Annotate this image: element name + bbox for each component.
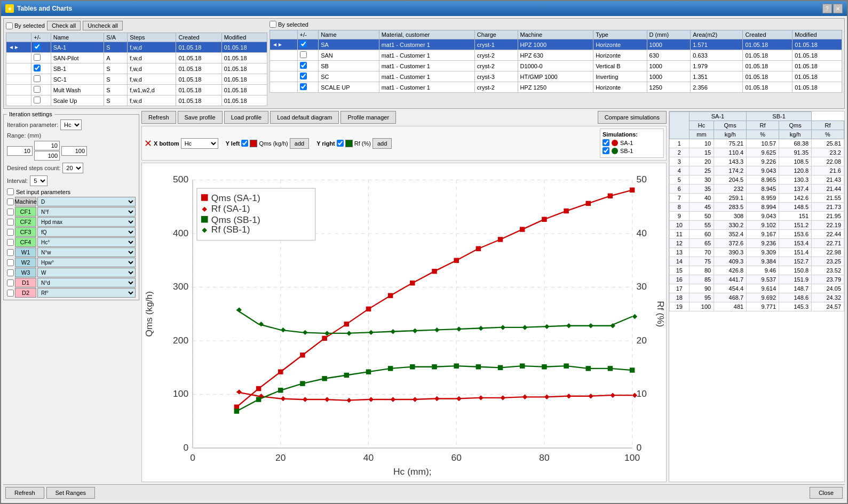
close-button[interactable]: Close [810,487,843,499]
x-bottom-close-icon[interactable]: ✕ [144,138,152,149]
cf3-param-select[interactable]: fQ [37,227,136,237]
result-sb-rf: 23.2 [812,148,844,157]
row-checkbox-cell[interactable] [31,42,51,53]
set-ranges-button[interactable]: Set Ranges [46,487,95,499]
left-by-selected-checkbox[interactable] [6,22,13,29]
y-right-add-button[interactable]: add [373,138,392,149]
row-check[interactable] [300,51,307,58]
left-table-row[interactable]: Scale Up S f,w,d 01.05.18 01.05.18 [6,95,267,106]
row-check[interactable] [300,41,307,47]
left-table-toolbar: By selected Check all Uncheck all [6,21,267,30]
row-checkbox-cell[interactable] [297,50,319,61]
w1-param-select[interactable]: N°w [37,247,136,257]
right-table-row[interactable]: SCALE UP mat1 - Customer 1 cryst-2 HPZ 1… [270,82,842,93]
y-left-add-button[interactable]: add [290,138,309,149]
row-checkbox-cell[interactable] [297,82,319,93]
row-check[interactable] [300,73,307,79]
sim-sa1-checkbox[interactable] [603,139,609,146]
left-table-row[interactable]: ◄► SA-1 S f,w,d 01.05.18 01.05.18 [6,42,267,53]
set-input-checkbox[interactable] [7,188,14,195]
load-default-button[interactable]: Load default diagram [270,111,339,124]
cf1-param-select[interactable]: N°f [37,207,136,217]
machine-d-select[interactable]: D [37,197,136,206]
left-table-row[interactable]: SAN-Pilot A f,w,d 01.05.18 01.05.18 [6,53,267,63]
help-button[interactable]: ? [822,4,832,13]
row-checkbox-cell[interactable] [297,61,319,71]
uncheck-all-button[interactable]: Uncheck all [83,21,123,30]
result-sa-rf: 9.236 [747,239,779,248]
row-created: 01.05.18 [176,63,221,74]
range-min1-input[interactable] [7,146,33,156]
interval-select[interactable]: 5 [30,175,47,186]
close-window-button[interactable]: ✕ [833,4,843,13]
row-checkbox-cell[interactable] [31,95,51,106]
row-checkbox-cell[interactable] [31,85,51,95]
iteration-param-select[interactable]: Hc [60,119,82,130]
bottom-refresh-button[interactable]: Refresh [5,487,44,499]
left-table-row[interactable]: SC-1 S f,w,d 01.05.18 01.05.18 [6,74,267,85]
check-all-button[interactable]: Check all [47,21,81,30]
row-checkbox-cell[interactable] [31,74,51,85]
y-left-checkbox[interactable] [241,140,248,147]
w1-checkbox[interactable] [7,249,14,256]
range-to-input[interactable] [34,151,60,161]
right-table-row[interactable]: SC mat1 - Customer 1 cryst-3 HT/GMP 1000… [270,71,842,82]
range-max-input[interactable] [61,146,87,156]
w3-param-select[interactable]: W [37,268,136,277]
row-check[interactable] [34,43,41,50]
d2-param-select[interactable]: Rf° [37,288,136,298]
right-table-row[interactable]: SAN mat1 - Customer 1 cryst-2 HPZ 630 Ho… [270,50,842,61]
cf4-checkbox[interactable] [7,239,14,246]
right-table-row[interactable]: ◄► SA mat1 - Customer 1 cryst-1 HPZ 1000… [270,39,842,50]
right-by-selected-checkbox[interactable] [270,21,276,28]
row-checkbox-cell[interactable] [297,39,319,50]
profile-manager-button[interactable]: Profile manager [340,111,396,124]
x-bottom-select[interactable]: Hc [181,138,218,149]
cf3-checkbox[interactable] [7,229,14,236]
row-sa: S [104,63,128,74]
svg-rect-50 [542,217,547,222]
result-sa-qms: 330.2 [714,221,747,230]
result-sa-qms: 308 [714,212,747,221]
bottom-bar: Refresh Set Ranges Close [3,484,845,501]
row-checkbox-cell[interactable] [297,71,319,82]
cf4-param-select[interactable]: Hc° [37,237,136,247]
y-right-checkbox[interactable] [337,140,344,147]
left-table-row[interactable]: SB-1 S f,w,d 01.05.18 01.05.18 [6,63,267,74]
w2-param-select[interactable]: Hpw° [37,258,136,267]
row-arrow [270,82,298,93]
cf2-param-select[interactable]: Hpd max [37,217,136,227]
row-check[interactable] [34,54,41,61]
w3-checkbox[interactable] [7,269,14,276]
row-check[interactable] [34,97,41,103]
steps-count-select[interactable]: 20 [62,163,83,173]
row-check[interactable] [34,75,41,82]
row-name: SA [319,39,379,50]
d1-param-select[interactable]: N°d [37,278,136,287]
load-profile-button[interactable]: Load profile [224,111,269,124]
range-from-input[interactable] [34,141,60,150]
compare-simulations-button[interactable]: Compare simulations [598,111,667,124]
row-check[interactable] [34,86,41,93]
d1-checkbox[interactable] [7,279,14,286]
refresh-button[interactable]: Refresh [141,111,176,124]
left-table-row[interactable]: Mult Wash S f,w1,w2,d 01.05.18 01.05.18 [6,85,267,95]
machine-main-checkbox[interactable] [7,198,14,205]
row-check[interactable] [300,83,307,90]
sim-sb1-checkbox[interactable] [603,147,609,154]
w2-checkbox[interactable] [7,259,14,266]
save-profile-button[interactable]: Save profile [178,111,223,124]
row-checkbox-cell[interactable] [31,53,51,63]
svg-rect-54 [630,188,635,193]
row-check[interactable] [34,65,41,71]
result-sa-rf: 8.965 [747,175,779,185]
result-sa-qms: 75.21 [714,139,747,148]
right-table-row[interactable]: SB mat1 - Customer 1 cryst-2 D1000-0 Ver… [270,61,842,71]
row-checkbox-cell[interactable] [31,63,51,74]
row-check[interactable] [300,62,307,69]
cf2-checkbox[interactable] [7,219,14,226]
d2-checkbox[interactable] [7,290,14,297]
cf4-label: CF4 [15,237,36,247]
cf1-checkbox[interactable] [7,209,14,215]
result-sb-rf: 21.43 [812,175,844,185]
